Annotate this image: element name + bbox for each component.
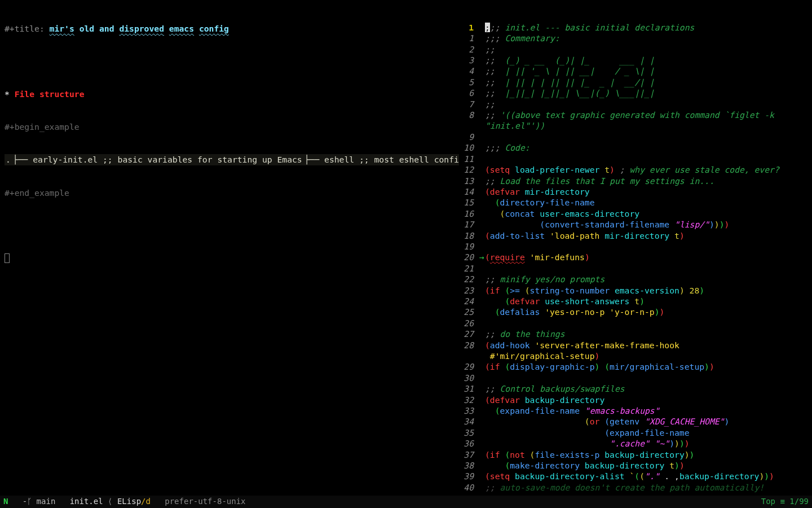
modeline-encoding: prefer-utf-8-unix [151,496,260,507]
code-line: 2;; [459,44,812,55]
code-line: 10;;; Code: [459,142,812,153]
code-line: 3;; (_) _ __ (_)| |_ ___ | | [459,55,812,65]
code-line: 18(add-to-list 'load-path mir-directory … [459,230,812,241]
modeline-position: Top ≡ 1/99 [761,496,809,507]
code-line: 16 (concat user-emacs-directory [459,208,812,219]
code-line: 33 (expand-file-name "emacs-backups" [459,405,812,416]
code-line: 13;; Load the files that I put my settin… [459,176,812,186]
code-line: 36 ".cache" "~")))) [459,438,812,449]
org-end-example: #+end_example [5,187,459,198]
code-line: 29(if (display-graphic-p) (mir/graphical… [459,361,812,372]
code-line: 25 (defalias 'yes-or-no-p 'y-or-n-p)) [459,306,812,317]
code-line: 24 (defvar use-short-answers t) [459,296,812,306]
org-title-line: #+title: mir's old and disproved emacs c… [5,23,459,34]
modeline-filename: init.el [70,496,103,507]
code-line: 21 [459,263,812,274]
code-line: 27;; do the things [459,329,812,339]
code-line: 34 (or (getenv "XDG_CACHE_HOME") [459,416,812,427]
code-line: 39(setq backup-directory-alist `(("." . … [459,471,812,481]
code-line: 37(if (not (file-exists-p backup-directo… [459,449,812,460]
code-lines: 1;;; init.el --- basic initial declarati… [459,22,812,493]
right-pane-init-el[interactable]: 1;;; init.el --- basic initial declarati… [459,0,812,496]
code-line: 19 [459,241,812,252]
code-line: 20→(require 'mir-defuns) [459,252,812,262]
code-line: 38 (make-directory backup-directory t)) [459,460,812,471]
code-line: 1;;; Commentary: [459,33,812,43]
org-heading: * File structure [5,89,459,99]
modeline: N -ᚴ main init.el ⟨ ELisp/d prefer-utf-8… [0,496,812,508]
code-line: 17 (convert-standard-filename "lisp/")))… [459,219,812,230]
tree-line: . [5,154,12,165]
modeline-branch: main [37,496,56,507]
modeline-major-mode: ELisp [117,496,141,507]
tree-line: ├── eshell ;; most eshell configuration … [303,154,459,165]
code-line: 6;; |_||_| |_||_| \__|(_) \___||_| [459,87,812,98]
code-line: 7;; [459,99,812,110]
code-line: 15 (directory-file-name [459,197,812,208]
modeline-modified-flag: /d [141,496,151,507]
code-line: 26 [459,318,812,329]
code-line: 5;; | || | | || || |_ _ | __/| | [459,77,812,87]
code-line: 23(if (>= (string-to-number emacs-versio… [459,285,812,296]
tree-line: ├── early-init.el ;; basic variables for… [12,154,303,165]
code-line: 4;; | || '_ \ | || __| / _ \| | [459,65,812,76]
org-begin-example: #+begin_example [5,121,459,132]
file-tree-block: .├── early-init.el ;; basic variables fo… [5,154,459,165]
code-line: 32(defvar backup-directory [459,395,812,405]
code-line: 9 [459,132,812,142]
code-line: 35 (expand-file-name [459,427,812,438]
code-line: 11 [459,154,812,164]
code-line: 40;; auto-save-mode doesn't create the p… [459,482,812,493]
modeline-vc-icon: -ᚴ [23,496,32,507]
code-line: 22;; minify yes/no prompts [459,274,812,284]
left-pane-readme[interactable]: #+title: mir's old and disproved emacs c… [0,0,459,496]
code-line: 14(defvar mir-directory [459,186,812,197]
modeline-evil-state: N [3,496,8,507]
code-line: 30 [459,373,812,383]
code-line: 31;; Control backups/swapfiles [459,383,812,394]
code-line: 12(setq load-prefer-newer t) ; why ever … [459,164,812,175]
point-caret [5,253,459,264]
code-line: 1;;; init.el --- basic initial declarati… [459,22,812,33]
